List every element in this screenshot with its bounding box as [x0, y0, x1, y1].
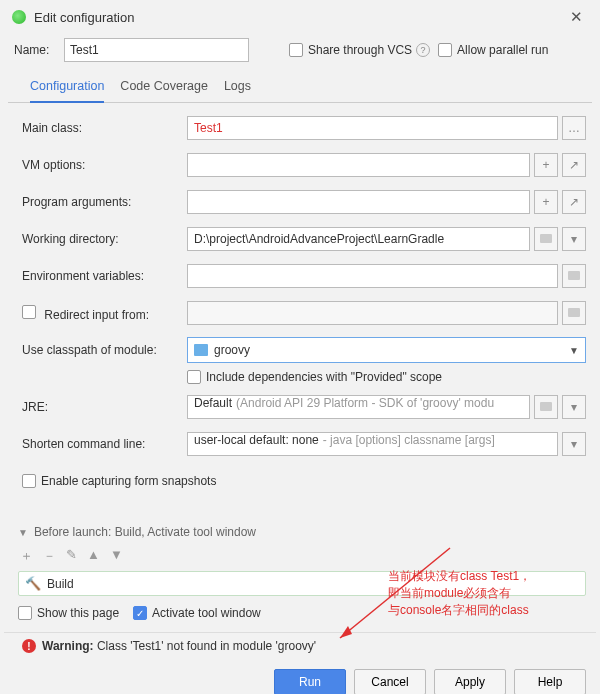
configuration-form: Main class: Test1 … VM options: + ↗ Prog… [0, 103, 600, 513]
shorten-select[interactable]: user-local default: none - java [options… [187, 432, 558, 456]
help-button[interactable]: Help [514, 669, 586, 694]
edit-icon[interactable]: ✎ [66, 547, 77, 565]
shorten-caret-icon[interactable]: ▾ [562, 432, 586, 456]
activate-checkbox[interactable]: ✓ [133, 606, 147, 620]
redirect-input [187, 301, 558, 325]
working-dir-caret-icon[interactable]: ▾ [562, 227, 586, 251]
app-icon [12, 10, 26, 24]
shorten-label: Shorten command line: [22, 437, 187, 451]
jre-browse-icon[interactable] [534, 395, 558, 419]
snapshots-label: Enable capturing form snapshots [41, 474, 216, 488]
down-icon[interactable]: ▼ [110, 547, 123, 565]
classpath-select[interactable]: groovy ▼ [187, 337, 586, 363]
add-icon[interactable]: ＋ [20, 547, 33, 565]
program-args-input[interactable] [187, 190, 530, 214]
working-dir-browse-icon[interactable] [534, 227, 558, 251]
up-icon[interactable]: ▲ [87, 547, 100, 565]
chevron-down-icon: ▼ [569, 345, 579, 356]
program-args-label: Program arguments: [22, 195, 187, 209]
include-deps-label: Include dependencies with "Provided" sco… [206, 370, 442, 384]
redirect-label: Redirect input from: [22, 305, 187, 322]
jre-label: JRE: [22, 400, 187, 414]
show-page-checkbox[interactable] [18, 606, 32, 620]
before-toolbar: ＋ － ✎ ▲ ▼ [18, 543, 586, 571]
show-page-label: Show this page [37, 606, 119, 620]
before-launch-header[interactable]: ▼ Before launch: Build, Activate tool wi… [18, 521, 586, 543]
annotation-text: 当前模块没有class Test1， 即当前module必须含有 与consol… [388, 568, 531, 618]
allow-parallel-checkbox[interactable] [438, 43, 452, 57]
name-row: Name: Share through VCS ? Allow parallel… [0, 32, 600, 72]
tabs: Configuration Code Coverage Logs [8, 72, 592, 103]
main-class-input[interactable]: Test1 [187, 116, 558, 140]
snapshots-checkbox[interactable] [22, 474, 36, 488]
title-bar: Edit configuration ✕ [0, 0, 600, 32]
classpath-value: groovy [214, 343, 250, 357]
env-vars-label: Environment variables: [22, 269, 187, 283]
vm-options-input[interactable] [187, 153, 530, 177]
run-button[interactable]: Run [274, 669, 346, 694]
share-vcs-label: Share through VCS [308, 43, 412, 57]
warning-text: Warning: Class 'Test1' not found in modu… [42, 639, 316, 653]
help-icon[interactable]: ? [416, 43, 430, 57]
jre-caret-icon[interactable]: ▾ [562, 395, 586, 419]
warning-row: ! Warning: Class 'Test1' not found in mo… [4, 632, 596, 663]
args-insert-icon[interactable]: + [534, 190, 558, 214]
remove-icon[interactable]: － [43, 547, 56, 565]
vm-expand-icon[interactable]: ↗ [562, 153, 586, 177]
tab-logs[interactable]: Logs [224, 72, 251, 102]
dialog-buttons: Run Cancel Apply Help [0, 663, 600, 694]
classpath-label: Use classpath of module: [22, 343, 187, 357]
vm-options-label: VM options: [22, 158, 187, 172]
hammer-icon: 🔨 [25, 576, 41, 591]
redirect-browse-icon[interactable] [562, 301, 586, 325]
main-class-browse-button[interactable]: … [562, 116, 586, 140]
warning-icon: ! [22, 639, 36, 653]
collapse-icon: ▼ [18, 527, 28, 538]
env-vars-browse-icon[interactable] [562, 264, 586, 288]
env-vars-input[interactable] [187, 264, 558, 288]
module-icon [194, 344, 208, 356]
main-class-label: Main class: [22, 121, 187, 135]
name-label: Name: [14, 43, 64, 57]
build-label: Build [47, 577, 74, 591]
activate-label: Activate tool window [152, 606, 261, 620]
vm-insert-icon[interactable]: + [534, 153, 558, 177]
cancel-button[interactable]: Cancel [354, 669, 426, 694]
args-expand-icon[interactable]: ↗ [562, 190, 586, 214]
working-dir-input[interactable]: D:\project\AndroidAdvanceProject\LearnGr… [187, 227, 530, 251]
apply-button[interactable]: Apply [434, 669, 506, 694]
share-vcs-checkbox[interactable] [289, 43, 303, 57]
name-input[interactable] [64, 38, 249, 62]
include-deps-checkbox[interactable] [187, 370, 201, 384]
allow-parallel-label: Allow parallel run [457, 43, 548, 57]
window-title: Edit configuration [34, 10, 562, 25]
redirect-checkbox[interactable] [22, 305, 36, 319]
tab-code-coverage[interactable]: Code Coverage [120, 72, 208, 102]
close-icon[interactable]: ✕ [562, 8, 590, 26]
tab-configuration[interactable]: Configuration [30, 72, 104, 103]
working-dir-label: Working directory: [22, 232, 187, 246]
jre-input[interactable]: Default (Android API 29 Platform - SDK o… [187, 395, 530, 419]
